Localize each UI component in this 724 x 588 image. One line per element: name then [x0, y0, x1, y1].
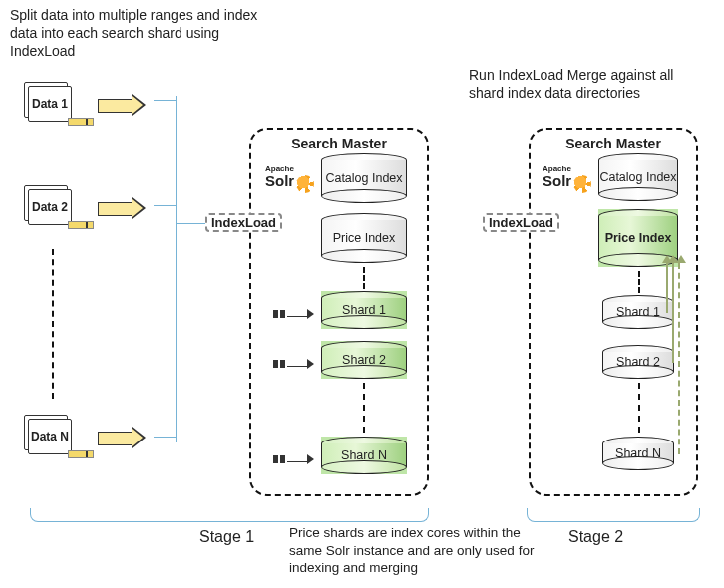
solr-logo: Apache Solr [265, 165, 314, 193]
cylinder-catalog-index: Catalog Index [321, 153, 407, 203]
sun-icon [573, 175, 591, 193]
solr-text: Solr [265, 172, 294, 189]
arrow-icon [98, 197, 148, 219]
arrow-icon [98, 427, 148, 448]
solr-prefix: Apache [543, 165, 591, 172]
solr-prefix: Apache [265, 165, 314, 172]
brace-connector [154, 205, 176, 206]
cylinder-label: Catalog Index [321, 172, 407, 186]
merge-arrow-icon [678, 263, 680, 454]
cylinder-label: Shard 1 [321, 304, 407, 318]
caption-top-right: Run IndexLoad Merge against all shard in… [469, 66, 708, 102]
pipe-arrow-icon [273, 305, 314, 315]
dotted-connector [638, 271, 640, 293]
cylinder-label: Price Index [321, 232, 407, 246]
indexload-label: IndexLoad [483, 213, 559, 232]
pipe-arrow-icon [273, 355, 314, 365]
merge-arrow-icon [672, 263, 674, 363]
vertical-ellipsis [52, 249, 54, 399]
brace-connector [154, 100, 176, 101]
brace-line [176, 96, 177, 442]
dotted-connector [363, 383, 365, 433]
stage1-title: Search Master [249, 136, 429, 151]
cylinder-label: Shard 1 [602, 306, 674, 320]
pencil-icon [68, 450, 94, 458]
cylinder-label: Catalog Index [598, 171, 678, 185]
cylinder-label: Shard 2 [321, 354, 407, 368]
data-file-1: Data 1 [28, 86, 88, 126]
dotted-connector [638, 383, 640, 433]
data-file-n: Data N [28, 419, 88, 458]
cylinder-price-index: Price Index [321, 213, 407, 263]
cylinder-shard-n: Shard N [321, 437, 407, 474]
brace-connector [154, 437, 176, 438]
stage2-title: Search Master [529, 136, 698, 151]
caption-top-left: Split data into multiple ranges and inde… [10, 6, 269, 61]
cylinder-shard-1: Shard 1 [321, 291, 407, 329]
data-file-label: Data 1 [32, 97, 68, 111]
pipe-arrow-icon [273, 450, 314, 460]
arrow-icon [98, 94, 148, 116]
cylinder-label: Shard 2 [602, 356, 674, 370]
data-file-2: Data 2 [28, 189, 88, 229]
indexload-label: IndexLoad [205, 213, 282, 232]
pencil-icon [68, 221, 94, 229]
brace-connector [176, 223, 205, 224]
cylinder-label: Shard N [321, 449, 407, 463]
data-file-label: Data 2 [32, 200, 68, 214]
cylinder-shard-1: Shard 1 [602, 295, 674, 329]
solr-text: Solr [543, 172, 571, 189]
dotted-connector [363, 267, 365, 289]
cylinder-shard-n: Shard N [602, 437, 674, 470]
caption-bottom: Price shards are index cores within the … [289, 524, 539, 577]
stage1-bracket [30, 508, 429, 522]
cylinder-catalog-index: Catalog Index [598, 153, 678, 201]
cylinder-shard-2: Shard 2 [602, 345, 674, 379]
stage1-label: Stage 1 [199, 528, 254, 546]
data-file-label: Data N [31, 430, 69, 443]
cylinder-shard-2: Shard 2 [321, 341, 407, 379]
stage2-label: Stage 2 [568, 528, 623, 546]
cylinder-label: Price Index [598, 232, 678, 246]
cylinder-label: Shard N [602, 447, 674, 461]
pencil-icon [68, 118, 94, 126]
solr-logo: Apache Solr [543, 165, 591, 193]
merge-arrow-icon [666, 263, 668, 313]
stage2-bracket [527, 508, 700, 522]
sun-icon [296, 175, 314, 193]
